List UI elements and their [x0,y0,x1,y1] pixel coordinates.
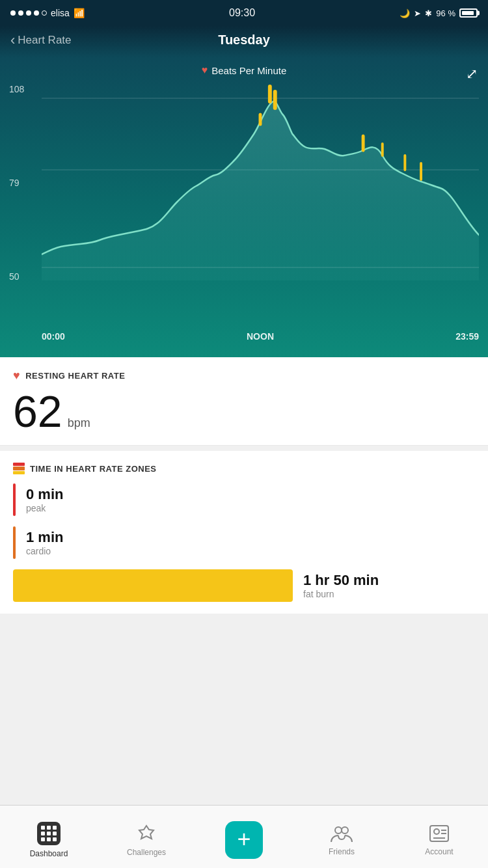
heart-rate-zones-section: TIME IN HEART RATE ZONES 0 min peak 1 mi… [0,451,488,614]
chart-legend: ♥ Beats Per Minute [0,58,488,79]
cardio-zone-info: 1 min cardio [26,529,63,556]
page-title: Tuesday [218,33,270,47]
peak-zone-label: peak [26,503,63,513]
x-label-start: 00:00 [42,331,65,342]
zones-icon [13,463,25,474]
resting-heart-rate-section: ♥ RESTING HEART RATE 62 bpm [0,357,488,446]
peak-zone-info: 0 min peak [26,486,63,513]
add-button[interactable]: + [225,821,263,859]
wifi-icon: 📶 [74,8,85,18]
chart-y-labels: 108 79 50 [9,79,24,287]
resting-title-label: RESTING HEART RATE [25,371,125,381]
chart-container: 108 79 50 [0,79,488,326]
heart-icon: ♥ [202,64,208,76]
svg-point-13 [434,829,439,834]
nav-friends-label: Friends [329,847,355,856]
nav-challenges-label: Challenges [127,848,166,857]
resting-bpm-unit: bpm [68,416,90,430]
nav-add[interactable]: + [195,815,293,859]
nav-account-label: Account [425,847,453,856]
signal-dots [10,10,47,16]
heart-rate-chart-area: ♥ Beats Per Minute ⤢ 108 79 50 [0,58,488,357]
resting-value-container: 62 bpm [13,389,475,433]
status-bar: elisa 📶 09:30 🌙 ➤ ✱ 96 % [0,0,488,26]
battery-icon [459,8,478,18]
resting-section-title: ♥ RESTING HEART RATE [13,369,475,383]
x-label-noon: NOON [247,331,274,342]
chart-legend-label: Beats Per Minute [211,65,286,76]
location-icon: ➤ [414,8,421,18]
bluetooth-icon: ✱ [425,8,432,18]
header: ‹ Heart Rate Tuesday [0,26,488,58]
fatburn-zone-label: fat burn [303,589,379,599]
peak-zone-item: 0 min peak [13,483,475,516]
cardio-zone-bar [13,526,16,559]
cardio-zone-value: 1 min [26,529,63,546]
x-label-end: 23:59 [455,331,479,342]
svg-point-10 [335,827,342,834]
nav-account[interactable]: Account [390,817,488,856]
peak-zone-bar [13,483,16,516]
status-left: elisa 📶 [10,8,85,18]
nav-dashboard-label: Dashboard [30,849,68,858]
fatburn-zone-value: 1 hr 50 min [303,572,379,589]
y-label-top: 108 [9,84,24,94]
resting-bpm-value: 62 [13,389,62,433]
nav-friends[interactable]: Friends [293,817,390,856]
fatburn-zone-info: 1 hr 50 min fat burn [303,572,379,599]
nav-challenges[interactable]: Challenges [98,817,195,857]
dashboard-icon [37,822,61,845]
svg-point-11 [342,827,348,834]
y-label-bot: 50 [9,271,24,282]
account-icon [428,824,450,843]
plus-icon: + [237,828,251,851]
challenges-icon [136,823,157,844]
resting-heart-icon: ♥ [13,369,20,383]
fatburn-zone-bar [13,569,293,602]
back-label: Heart Rate [18,34,71,47]
friends-icon [330,824,353,843]
chart-x-labels: 00:00 NOON 23:59 [0,326,488,342]
zones-section-title: TIME IN HEART RATE ZONES [13,463,475,474]
back-chevron-icon: ‹ [10,32,15,49]
back-button[interactable]: ‹ Heart Rate [10,32,72,49]
section-divider [0,446,488,451]
cardio-zone-label: cardio [26,546,63,556]
status-right: 🌙 ➤ ✱ 96 % [400,8,478,18]
battery-percent: 96 % [436,8,455,18]
chart-svg [42,79,479,287]
carrier-label: elisa [51,8,70,18]
peak-zone-value: 0 min [26,486,63,503]
bottom-navigation: Dashboard Challenges + Friends Accoun [0,805,488,868]
nav-dashboard[interactable]: Dashboard [0,815,98,858]
status-time: 09:30 [229,7,255,19]
y-label-mid: 79 [9,178,24,188]
moon-icon: 🌙 [400,8,410,18]
zones-title-label: TIME IN HEART RATE ZONES [30,464,156,474]
cardio-zone-item: 1 min cardio [13,526,475,559]
fatburn-zone-item: 1 hr 50 min fat burn [13,569,475,602]
